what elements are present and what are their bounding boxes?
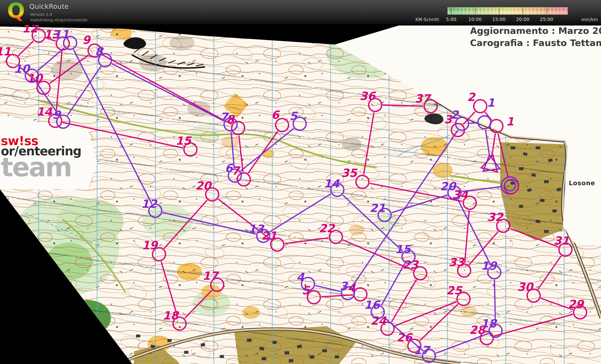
control-number: 25 <box>446 284 463 297</box>
control-number: 14 <box>323 177 340 190</box>
place-label-losone: Losone <box>569 179 595 187</box>
control-number: 16 <box>364 298 381 312</box>
logo-team: team <box>1 155 81 179</box>
app-title: QuickRoute <box>29 2 69 10</box>
legend-tick-mark <box>475 8 475 14</box>
control-number: 3 <box>340 279 348 293</box>
map-note-cartography: Carografia : Fausto Tettama <box>470 38 601 48</box>
quickroute-window: { "header": { "logo_letter": "Q", "app_t… <box>0 0 601 364</box>
control-number: 1 <box>506 115 514 128</box>
control-number: 6 <box>271 108 280 122</box>
control-number: 22 <box>319 222 335 235</box>
swiss-orienteering-team-logo: sw!ss or/enteering team <box>1 135 81 179</box>
control-number: 11 <box>0 45 11 58</box>
map-note-updated: Aggiornamento : Marzo 201 <box>470 26 601 36</box>
control-number: 21 <box>370 201 385 215</box>
legend-tick-mark <box>451 8 451 14</box>
control-number: 37 <box>415 92 432 105</box>
control-number: 6 <box>225 162 233 175</box>
legend-tick-label: 25:00 <box>540 17 553 22</box>
legend-tick-label: 20:00 <box>516 17 529 22</box>
control-number: 9 <box>53 108 61 122</box>
control-number: 33 <box>449 256 465 269</box>
legend-tick-mark <box>499 8 499 14</box>
legend-tick-label: 10:00 <box>468 17 481 22</box>
legend-tick-label: 15:00 <box>492 17 505 22</box>
control-number: 20 <box>195 179 212 192</box>
legend-label: KM-Schnitt <box>415 17 439 22</box>
app-url: matstroeng.se/quickroute/de <box>30 18 88 22</box>
control-number: 7 <box>220 110 229 124</box>
control-number: 36 <box>360 89 376 103</box>
header-bar: Q QuickRoute Version 2.4 matstroeng.se/q… <box>0 0 601 25</box>
control-number: 14 <box>36 105 52 118</box>
control-number: 19 <box>481 259 498 272</box>
control-number: 30 <box>517 280 534 294</box>
control-number: 13 <box>248 222 265 236</box>
app-version: Version 2.4 <box>30 12 52 17</box>
control-number: 15 <box>175 134 192 147</box>
control-number: 8 <box>95 45 104 58</box>
control-number: 26 <box>396 331 413 344</box>
control-number: 15 <box>395 243 411 256</box>
pace-gradient-legend <box>447 7 568 15</box>
control-number: 9 <box>82 33 91 47</box>
control-number: 1 <box>487 96 495 109</box>
legend-tick-label: 5:00 <box>446 17 456 22</box>
control-number: 23 <box>402 258 419 271</box>
legend-tick-mark <box>547 8 547 14</box>
control-number: 31 <box>553 234 569 247</box>
control-number: 12 <box>141 197 158 211</box>
control-number: 10 <box>14 62 31 76</box>
control-number: 20 <box>440 180 457 193</box>
control-number: 18 <box>163 309 180 322</box>
control-number: 29 <box>568 298 584 311</box>
quickroute-logo-icon: Q <box>7 0 25 21</box>
legend-unit: min/km <box>581 17 598 22</box>
control-number: 2 <box>451 108 459 122</box>
control-number: 35 <box>341 166 358 180</box>
control-number: 18 <box>481 317 498 330</box>
control-number: 17 <box>414 344 431 357</box>
control-number: 11 <box>53 28 69 41</box>
route-leg <box>470 123 477 123</box>
legend-tick-mark <box>523 8 523 14</box>
control-number: 19 <box>142 239 158 252</box>
control-number: 2 <box>467 91 476 104</box>
control-number: 4 <box>296 270 305 284</box>
map-canvas[interactable]: 1234567891011121314151718192021222324252… <box>0 0 601 364</box>
control-number: 32 <box>487 211 504 224</box>
control-number: 5 <box>290 110 298 123</box>
control-number: 17 <box>202 269 220 282</box>
